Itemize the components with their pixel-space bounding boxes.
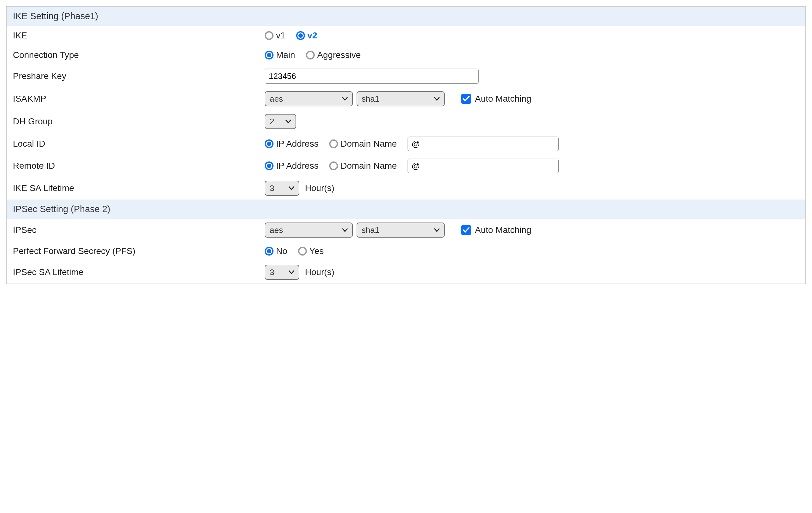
ike-sa-lifetime-select[interactable]: 3 — [265, 181, 299, 196]
radio-checked-icon — [265, 51, 273, 59]
ike-version-row: IKE v1 v2 — [7, 26, 805, 45]
radio-icon — [329, 139, 338, 148]
isakmp-hash-select[interactable]: sha1 — [356, 91, 445, 106]
ike-version-label: IKE — [13, 31, 265, 40]
ipsec-row: IPSec aes sha1 Auto Matching — [7, 219, 805, 241]
remote-id-ip-radio-label: IP Address — [276, 161, 319, 171]
local-id-domain-radio[interactable]: Domain Name — [329, 139, 397, 149]
conn-aggressive-radio-label: Aggressive — [317, 50, 361, 60]
ike-sa-lifetime-value: 3 — [270, 183, 274, 193]
ike-v2-radio-label: v2 — [308, 31, 317, 40]
ipsec-section-header: IPSec Setting (Phase 2) — [7, 200, 805, 219]
conn-main-radio[interactable]: Main — [265, 50, 295, 60]
preshare-key-label: Preshare Key — [13, 71, 265, 81]
radio-checked-icon — [265, 247, 273, 256]
isakmp-enc-select[interactable]: aes — [265, 91, 353, 106]
ipsec-enc-select[interactable]: aes — [265, 223, 353, 238]
preshare-key-row: Preshare Key — [7, 65, 805, 87]
dh-group-value: 2 — [270, 117, 274, 126]
chevron-down-icon — [434, 228, 440, 232]
isakmp-hash-value: sha1 — [361, 94, 379, 104]
dh-group-label: DH Group — [13, 116, 265, 126]
ipsec-sa-lifetime-row: IPSec SA Lifetime 3 Hour(s) — [7, 261, 805, 284]
ike-v1-radio-label: v1 — [276, 31, 286, 40]
ipsec-label: IPSec — [13, 225, 265, 235]
radio-checked-icon — [296, 31, 305, 40]
ipsec-sa-lifetime-select[interactable]: 3 — [265, 265, 299, 280]
radio-icon — [298, 247, 307, 256]
remote-id-ip-radio[interactable]: IP Address — [265, 161, 319, 171]
ipsec-auto-matching-checkbox[interactable]: Auto Matching — [461, 225, 531, 235]
isakmp-row: ISAKMP aes sha1 Auto Matching — [7, 87, 805, 110]
remote-id-label: Remote ID — [13, 161, 265, 171]
ike-sa-lifetime-label: IKE SA Lifetime — [13, 183, 265, 193]
pfs-label: Perfect Forward Secrecy (PFS) — [13, 246, 265, 256]
isakmp-enc-value: aes — [270, 94, 283, 104]
ipsec-auto-matching-label: Auto Matching — [475, 225, 531, 235]
connection-type-row: Connection Type Main Aggressive — [7, 45, 805, 65]
ipsec-hash-value: sha1 — [361, 225, 379, 235]
radio-icon — [329, 162, 338, 170]
ike-section-header: IKE Setting (Phase1) — [7, 7, 805, 26]
remote-id-domain-radio-label: Domain Name — [341, 161, 397, 171]
ipsec-sa-lifetime-value: 3 — [270, 267, 274, 277]
radio-icon — [265, 31, 273, 40]
local-id-row: Local ID IP Address Domain Name — [7, 133, 805, 155]
settings-panel: IKE Setting (Phase1) IKE v1 v2 Connectio… — [6, 6, 806, 284]
conn-main-radio-label: Main — [276, 50, 295, 60]
radio-checked-icon — [265, 139, 273, 148]
checkbox-checked-icon — [461, 225, 471, 235]
local-id-ip-radio-label: IP Address — [276, 139, 319, 149]
ipsec-sa-lifetime-label: IPSec SA Lifetime — [13, 267, 265, 277]
local-id-label: Local ID — [13, 139, 265, 149]
isakmp-auto-matching-checkbox[interactable]: Auto Matching — [461, 94, 531, 104]
chevron-down-icon — [289, 270, 294, 274]
chevron-down-icon — [289, 186, 294, 190]
ike-sa-lifetime-unit: Hour(s) — [305, 183, 334, 193]
remote-id-row: Remote ID IP Address Domain Name — [7, 155, 805, 177]
ike-v1-radio[interactable]: v1 — [265, 31, 286, 40]
ipsec-enc-value: aes — [270, 225, 283, 235]
chevron-down-icon — [286, 120, 291, 123]
checkbox-checked-icon — [461, 94, 471, 104]
ike-sa-lifetime-row: IKE SA Lifetime 3 Hour(s) — [7, 177, 805, 200]
preshare-key-input[interactable] — [265, 68, 479, 84]
radio-checked-icon — [265, 162, 273, 170]
radio-icon — [306, 51, 315, 59]
chevron-down-icon — [434, 97, 440, 101]
pfs-row: Perfect Forward Secrecy (PFS) No Yes — [7, 241, 805, 261]
local-id-ip-radio[interactable]: IP Address — [265, 139, 319, 149]
remote-id-domain-radio[interactable]: Domain Name — [329, 161, 397, 171]
isakmp-auto-matching-label: Auto Matching — [475, 94, 531, 104]
pfs-yes-radio[interactable]: Yes — [298, 246, 324, 256]
dh-group-row: DH Group 2 — [7, 110, 805, 133]
connection-type-label: Connection Type — [13, 50, 265, 60]
ike-v2-radio[interactable]: v2 — [296, 31, 317, 40]
conn-aggressive-radio[interactable]: Aggressive — [306, 50, 361, 60]
chevron-down-icon — [342, 97, 348, 101]
ipsec-hash-select[interactable]: sha1 — [356, 223, 445, 238]
local-id-domain-input[interactable] — [408, 137, 559, 151]
chevron-down-icon — [342, 228, 348, 232]
pfs-yes-radio-label: Yes — [309, 246, 324, 256]
ipsec-sa-lifetime-unit: Hour(s) — [305, 267, 334, 277]
pfs-no-radio-label: No — [276, 246, 287, 256]
dh-group-select[interactable]: 2 — [265, 114, 296, 129]
isakmp-label: ISAKMP — [13, 94, 265, 104]
remote-id-domain-input[interactable] — [408, 159, 559, 173]
pfs-no-radio[interactable]: No — [265, 246, 287, 256]
local-id-domain-radio-label: Domain Name — [341, 139, 397, 149]
